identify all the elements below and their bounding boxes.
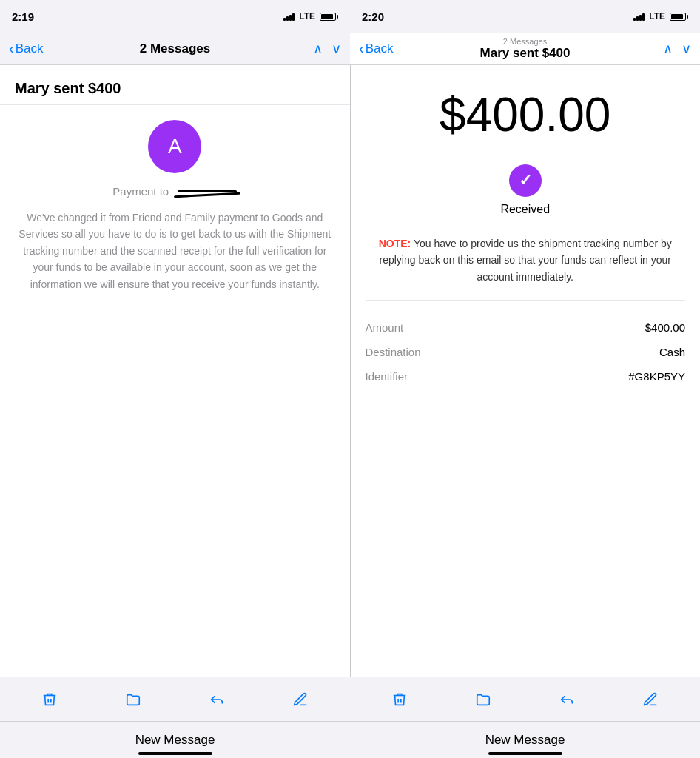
- left-bottom-indicator: [138, 752, 212, 755]
- right-nav-arrows: ∧ ∨: [663, 41, 691, 57]
- right-nav-subtitle: 2 Messages: [480, 37, 571, 46]
- reply-icon: [209, 691, 225, 708]
- right-back-label: Back: [366, 41, 394, 56]
- detail-label-amount: Amount: [366, 321, 404, 334]
- avatar: A: [148, 120, 201, 173]
- left-lte-label: LTE: [299, 11, 315, 21]
- detail-value-destination: Cash: [659, 346, 685, 358]
- left-compose-button[interactable]: [287, 686, 314, 713]
- left-toolbar: [0, 677, 350, 721]
- right-new-message-label[interactable]: New Message: [485, 733, 565, 748]
- right-status: 2:20 LTE: [350, 0, 700, 33]
- note-text: NOTE: You have to provide us the shipmen…: [366, 235, 686, 285]
- received-label: Received: [500, 203, 550, 216]
- right-nav-title: Mary sent $400: [480, 46, 571, 61]
- detail-value-amount: $400.00: [645, 321, 685, 334]
- detail-label-identifier: Identifier: [366, 370, 408, 383]
- left-battery-icon: [320, 13, 338, 21]
- reply-icon-right: [559, 691, 575, 708]
- left-reply-button[interactable]: [203, 686, 230, 713]
- left-panel: Mary sent $400 A Payment to We've change…: [0, 65, 350, 677]
- trash-icon: [41, 691, 58, 708]
- left-signal-icon: [283, 12, 295, 21]
- nav-bar: ‹ Back 2 Messages ∧ ∨ ‹ Back 2 Messages …: [0, 33, 700, 65]
- check-circle-icon: ✓: [509, 164, 542, 197]
- note-body: You have to provide us the shipment trac…: [379, 238, 671, 283]
- note-keyword: NOTE:: [379, 238, 411, 249]
- right-panel: $400.00 ✓ Received NOTE: You have to pro…: [351, 65, 701, 677]
- right-time: 2:20: [362, 10, 384, 23]
- left-back-chevron-icon: ‹: [9, 40, 14, 57]
- left-bottom: New Message: [0, 722, 350, 758]
- email-body-text: We've changed it from Friend and Family …: [15, 209, 335, 292]
- right-lte-label: LTE: [649, 11, 665, 21]
- left-nav: ‹ Back 2 Messages ∧ ∨: [0, 33, 350, 64]
- right-up-arrow[interactable]: ∧: [663, 41, 673, 57]
- right-down-arrow[interactable]: ∨: [682, 41, 691, 57]
- compose-icon: [292, 691, 309, 708]
- right-status-icons: LTE: [633, 11, 688, 21]
- right-folder-button[interactable]: [470, 686, 497, 713]
- receipt-amount: $400.00: [351, 65, 701, 157]
- left-back-button[interactable]: ‹ Back: [9, 40, 43, 57]
- right-nav: ‹ Back 2 Messages Mary sent $400 ∧ ∨: [350, 33, 700, 64]
- folder-icon-right: [475, 691, 491, 708]
- redacted-name: [178, 190, 237, 192]
- trash-icon-right: [391, 691, 408, 708]
- details-divider: [366, 300, 686, 301]
- left-down-arrow[interactable]: ∨: [332, 41, 341, 57]
- left-email-subject: Mary sent $400: [15, 80, 335, 97]
- status-bar: 2:19 LTE 2:20: [0, 0, 700, 33]
- toolbar: [0, 677, 700, 721]
- note-box: NOTE: You have to provide us the shipmen…: [351, 235, 701, 292]
- panels-container: Mary sent $400 A Payment to We've change…: [0, 65, 700, 677]
- left-nav-title: 2 Messages: [140, 41, 210, 56]
- folder-icon: [125, 691, 141, 708]
- right-reply-button[interactable]: [553, 686, 580, 713]
- left-new-message-label[interactable]: New Message: [135, 733, 215, 748]
- left-status-icons: LTE: [283, 11, 338, 21]
- detail-row-amount: Amount $400.00: [366, 315, 686, 340]
- right-battery-icon: [670, 13, 688, 21]
- left-nav-arrows: ∧ ∨: [313, 41, 341, 57]
- detail-row-destination: Destination Cash: [366, 340, 686, 364]
- right-compose-button[interactable]: [637, 686, 664, 713]
- right-bottom: New Message: [350, 722, 700, 758]
- right-signal-icon: [633, 12, 645, 21]
- left-trash-button[interactable]: [36, 686, 63, 713]
- left-status: 2:19 LTE: [0, 0, 350, 33]
- right-back-button[interactable]: ‹ Back: [359, 40, 393, 57]
- compose-icon-right: [642, 691, 659, 708]
- left-time: 2:19: [12, 10, 34, 23]
- left-email-header: Mary sent $400: [0, 65, 350, 105]
- detail-value-identifier: #G8KP5YY: [628, 370, 685, 383]
- detail-row-identifier: Identifier #G8KP5YY: [366, 364, 686, 389]
- left-folder-button[interactable]: [120, 686, 147, 713]
- checkmark-icon: ✓: [519, 171, 532, 190]
- right-toolbar: [350, 677, 700, 721]
- right-trash-button[interactable]: [386, 686, 413, 713]
- detail-label-destination: Destination: [366, 346, 421, 358]
- right-nav-title-group: 2 Messages Mary sent $400: [480, 37, 571, 61]
- bottom-bar: New Message New Message: [0, 721, 700, 758]
- left-back-label: Back: [16, 41, 44, 56]
- details-section: Amount $400.00 Destination Cash Identifi…: [351, 308, 701, 396]
- right-back-chevron-icon: ‹: [359, 40, 364, 57]
- left-up-arrow[interactable]: ∧: [313, 41, 323, 57]
- left-email-body: A Payment to We've changed it from Frien…: [0, 105, 350, 677]
- payment-to-label: Payment to: [112, 185, 237, 198]
- right-bottom-indicator: [488, 752, 562, 755]
- received-section: ✓ Received: [351, 157, 701, 235]
